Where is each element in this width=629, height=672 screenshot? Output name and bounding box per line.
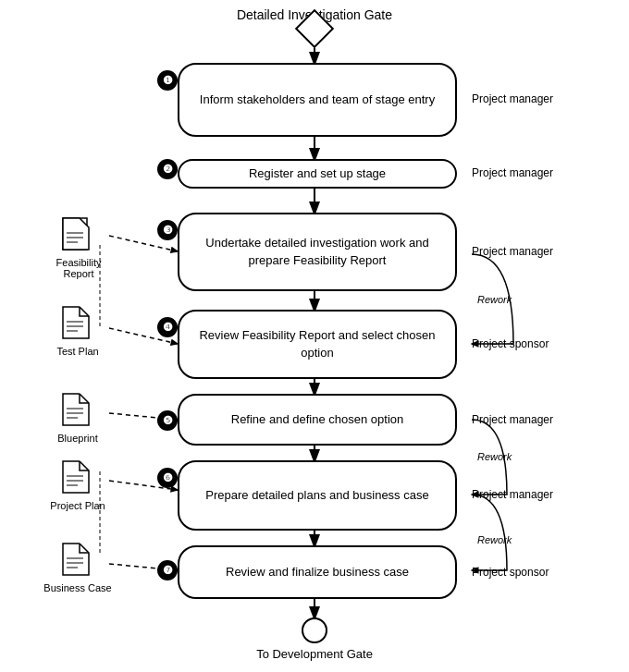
step-4-box: Review Feasibility Report and select cho… xyxy=(178,310,457,379)
step-2-role: Project manager xyxy=(472,166,553,179)
step-6-badge: ❻ xyxy=(157,468,178,488)
bottom-gate-circle xyxy=(302,617,327,643)
feasibility-report-label: Feasibility Report xyxy=(46,257,111,279)
blueprint-doc-icon xyxy=(61,392,94,433)
bottom-gate-label: To Development Gate xyxy=(222,647,407,661)
test-plan-label: Test Plan xyxy=(50,346,105,357)
step-7-badge: ❼ xyxy=(157,560,178,580)
step-1-box: Inform stakeholders and team of stage en… xyxy=(178,63,457,137)
step-2-badge: ❷ xyxy=(157,159,178,179)
step-3-role: Project manager xyxy=(472,245,553,258)
step-3-box: Undertake detailed investigation work an… xyxy=(178,213,457,291)
step-4-role: Project sponsor xyxy=(472,337,549,350)
business-case-label: Business Case xyxy=(43,582,113,593)
feasibility-report-doc-icon xyxy=(61,216,94,257)
diagram-container: Detailed Investigation Gate Inform stake… xyxy=(0,0,629,672)
step-4-badge: ❹ xyxy=(157,317,178,337)
project-plan-label: Project Plan xyxy=(44,500,111,511)
step-5-box: Refine and define chosen option xyxy=(178,394,457,446)
step-7-box: Review and finalize business case xyxy=(178,545,457,599)
step-5-badge: ❺ xyxy=(157,410,178,431)
step-1-role: Project manager xyxy=(472,92,553,105)
step-6-box: Prepare detailed plans and business case xyxy=(178,460,457,531)
step-1-badge: ❶ xyxy=(157,70,178,91)
rework-label-56: Rework xyxy=(477,451,512,462)
rework-label-67: Rework xyxy=(477,534,512,545)
test-plan-doc-icon xyxy=(61,305,94,346)
step-5-role: Project manager xyxy=(472,413,553,426)
step-3-badge: ❸ xyxy=(157,220,178,240)
step-2-box: Register and set up stage xyxy=(178,159,457,189)
project-plan-doc-icon xyxy=(61,459,94,500)
rework-label-34: Rework xyxy=(477,294,512,305)
business-case-doc-icon xyxy=(61,542,94,582)
blueprint-label: Blueprint xyxy=(50,433,105,444)
step-6-role: Project manager xyxy=(472,488,553,501)
step-7-role: Project sponsor xyxy=(472,566,549,579)
